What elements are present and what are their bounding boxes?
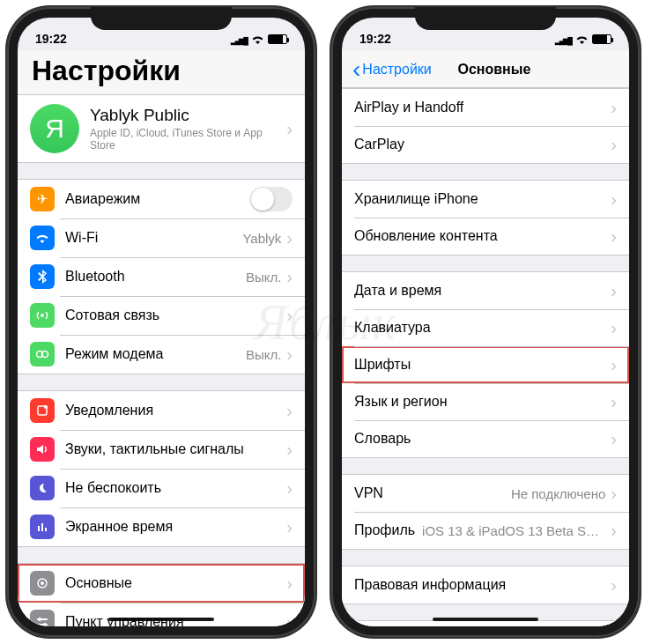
title-bar: Настройки — [18, 51, 305, 94]
control-icon — [30, 610, 55, 626]
battery-icon — [592, 34, 611, 44]
nav-title: Основные — [432, 62, 557, 78]
status-time: 19:22 — [35, 32, 67, 46]
svg-rect-7 — [45, 528, 47, 531]
cellular-icon — [30, 303, 55, 328]
row-vpn[interactable]: VPN Не подключено — [342, 475, 629, 512]
svg-point-12 — [38, 618, 41, 621]
screentime-icon — [30, 514, 55, 539]
wifi-icon — [575, 34, 589, 44]
notifications-icon — [30, 398, 55, 423]
chevron-icon — [611, 226, 617, 247]
home-indicator[interactable] — [108, 618, 214, 621]
nav-bar: Настройки Основные — [342, 51, 629, 88]
chevron-icon — [286, 478, 293, 499]
sounds-icon — [30, 437, 55, 462]
row-hotspot[interactable]: Режим модема Выкл. — [18, 335, 305, 374]
row-dictionary[interactable]: Словарь — [342, 420, 629, 457]
phone-right: 19:22 Настройки Основные AirPlay и Hando… — [331, 7, 640, 637]
chevron-icon — [611, 189, 617, 210]
row-legal[interactable]: Правовая информация — [342, 566, 629, 603]
chevron-icon — [611, 135, 617, 155]
chevron-icon — [611, 575, 617, 596]
notch — [415, 7, 556, 30]
screen-left: 19:22 Настройки Я Yablyk Public Apple I — [18, 18, 305, 626]
profile-sub: Apple ID, iCloud, iTunes Store и App Sto… — [90, 127, 286, 152]
svg-point-9 — [41, 581, 44, 585]
settings-list[interactable]: Я Yablyk Public Apple ID, iCloud, iTunes… — [18, 94, 305, 626]
chevron-icon — [286, 401, 293, 421]
row-keyboard[interactable]: Клавиатура — [342, 309, 629, 346]
phone-left: 19:22 Настройки Я Yablyk Public Apple I — [7, 7, 315, 637]
wifi-value: Yablyk — [242, 231, 281, 246]
row-dnd[interactable]: Не беспокоить — [18, 469, 305, 507]
hotspot-icon — [30, 342, 55, 366]
chevron-icon — [286, 267, 293, 287]
row-fonts[interactable]: Шрифты — [342, 346, 629, 383]
row-profile[interactable]: Профиль iOS 13 & iPadOS 13 Beta Software… — [342, 512, 629, 549]
chevron-icon — [286, 517, 293, 537]
row-carplay[interactable]: CarPlay — [342, 126, 629, 163]
svg-point-4 — [44, 405, 48, 409]
chevron-icon — [611, 355, 617, 375]
status-time: 19:22 — [359, 32, 391, 46]
wifi-icon — [251, 34, 264, 44]
row-cellular[interactable]: Сотовая связь — [18, 296, 305, 335]
chevron-icon — [611, 429, 617, 449]
row-general[interactable]: Основные — [18, 564, 305, 603]
row-screentime[interactable]: Экранное время — [18, 507, 305, 546]
row-reset[interactable]: Сброс — [342, 621, 629, 626]
svg-point-13 — [43, 623, 47, 626]
chevron-icon — [286, 612, 293, 627]
chevron-icon — [286, 306, 293, 326]
wifi-icon — [30, 226, 55, 250]
chevron-icon — [286, 228, 293, 248]
row-control-center[interactable]: Пункт управления — [18, 603, 305, 626]
airplane-toggle[interactable] — [250, 187, 293, 211]
bt-value: Выкл. — [246, 270, 281, 285]
row-notifications[interactable]: Уведомления — [18, 391, 305, 430]
chevron-icon — [611, 521, 617, 541]
row-refresh[interactable]: Обновление контента — [342, 218, 629, 255]
row-airplane[interactable]: ✈ Авиарежим — [18, 180, 305, 218]
svg-rect-6 — [41, 523, 43, 531]
row-datetime[interactable]: Дата и время — [342, 272, 629, 309]
notch — [91, 7, 232, 30]
chevron-icon — [286, 574, 293, 594]
vpn-value: Не подключено — [511, 486, 605, 501]
hotspot-value: Выкл. — [246, 347, 281, 362]
row-airplay[interactable]: AirPlay и Handoff — [342, 89, 629, 126]
signal-icon — [231, 32, 248, 46]
home-indicator[interactable] — [433, 618, 538, 621]
page-title: Настройки — [32, 55, 291, 87]
back-button[interactable]: Настройки — [352, 62, 432, 78]
chevron-icon — [286, 344, 293, 365]
status-icons — [231, 32, 287, 46]
general-icon — [30, 571, 55, 596]
status-icons — [555, 32, 611, 46]
row-sounds[interactable]: Звуки, тактильные сигналы — [18, 430, 305, 469]
row-storage[interactable]: Хранилище iPhone — [342, 181, 629, 218]
airplane-icon: ✈ — [30, 187, 55, 211]
chevron-icon — [611, 281, 617, 301]
profile-row[interactable]: Я Yablyk Public Apple ID, iCloud, iTunes… — [18, 95, 305, 162]
avatar: Я — [30, 104, 79, 153]
chevron-icon — [611, 392, 617, 412]
row-wifi[interactable]: Wi-Fi Yablyk — [18, 218, 305, 257]
general-list[interactable]: AirPlay и Handoff CarPlay Хранилище iPho… — [342, 88, 629, 626]
screen-right: 19:22 Настройки Основные AirPlay и Hando… — [342, 18, 629, 626]
chevron-icon — [286, 440, 293, 460]
dnd-icon — [30, 476, 55, 500]
svg-point-0 — [41, 314, 44, 317]
chevron-icon — [611, 318, 617, 338]
bluetooth-icon — [30, 264, 55, 289]
chevron-icon — [286, 119, 293, 139]
svg-rect-5 — [38, 526, 40, 531]
chevron-icon — [611, 484, 617, 504]
battery-icon — [268, 34, 287, 44]
row-language[interactable]: Язык и регион — [342, 383, 629, 420]
profile-name: Yablyk Public — [90, 106, 286, 125]
chevron-icon — [611, 98, 617, 118]
row-bluetooth[interactable]: Bluetooth Выкл. — [18, 257, 305, 296]
signal-icon — [555, 32, 572, 46]
